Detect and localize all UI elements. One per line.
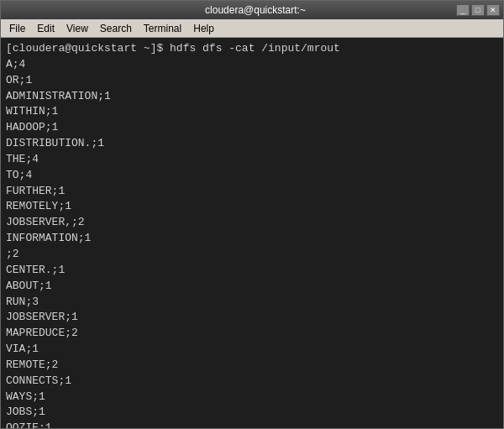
terminal-area: [cloudera@quickstart ~]$ hdfs dfs -cat /… <box>1 38 503 428</box>
menu-item-help[interactable]: Help <box>188 21 219 36</box>
window-title: cloudera@quickstart:~ <box>55 4 456 16</box>
window-controls: _ □ ✕ <box>456 4 500 16</box>
terminal-output[interactable]: [cloudera@quickstart ~]$ hdfs dfs -cat /… <box>1 38 503 428</box>
minimize-button[interactable]: _ <box>456 4 470 16</box>
menu-item-view[interactable]: View <box>61 21 93 36</box>
maximize-button[interactable]: □ <box>471 4 485 16</box>
menu-bar: FileEditViewSearchTerminalHelp <box>1 19 503 38</box>
menu-item-terminal[interactable]: Terminal <box>139 21 186 36</box>
menu-item-edit[interactable]: Edit <box>32 21 60 36</box>
close-button[interactable]: ✕ <box>486 4 500 16</box>
menu-item-file[interactable]: File <box>4 21 30 36</box>
terminal-window: cloudera@quickstart:~ _ □ ✕ FileEditView… <box>0 0 504 429</box>
menu-item-search[interactable]: Search <box>95 21 137 36</box>
title-bar: cloudera@quickstart:~ _ □ ✕ <box>1 1 503 19</box>
